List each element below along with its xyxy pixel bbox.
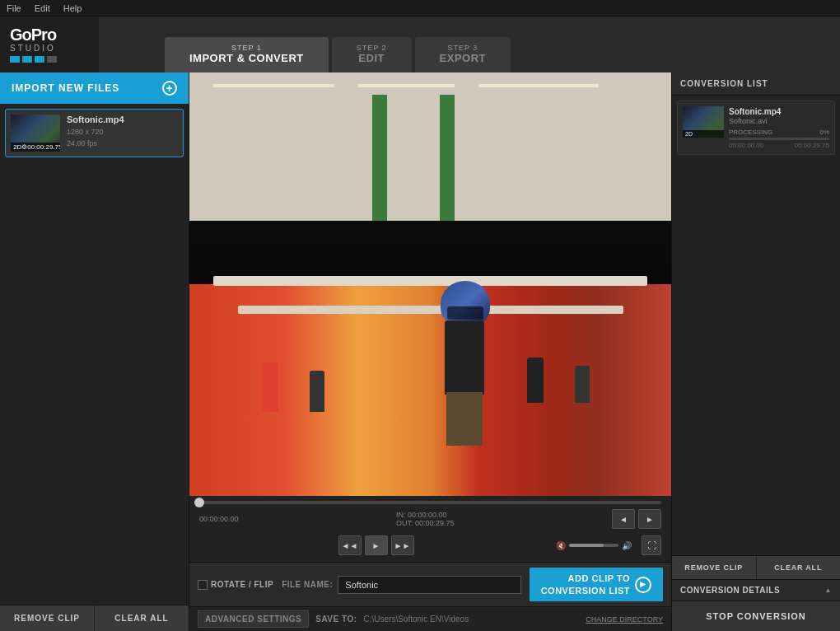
logo-gopro: GoPro (10, 26, 56, 43)
file-icons: ⚙ (21, 143, 27, 151)
remove-clip-button[interactable]: REMOVE CLIP (0, 605, 95, 631)
conversion-thumbnail: 2D (683, 106, 724, 138)
plus-icon: + (162, 81, 177, 96)
fullscreen-button[interactable]: ⛶ (642, 535, 661, 555)
step-2-num: STEP 2 (357, 44, 387, 52)
advanced-settings-button[interactable]: ADVANCED SETTINGS (198, 610, 309, 628)
logo-dot-1 (10, 56, 20, 63)
stop-conversion-button[interactable]: STOP CONVERSION (672, 601, 840, 631)
conversion-list-header: CONVERSION LIST (672, 72, 840, 96)
filename-input[interactable] (338, 576, 520, 594)
bg-person-2 (310, 371, 324, 412)
ceiling-light-1 (213, 84, 334, 87)
conv-progress-label: PROCESSING 0% (729, 129, 829, 136)
file-resolution: 1280 x 720 (67, 127, 178, 138)
transport-controls: ◄◄ ► ►► 🔇 🔊 ⛶ (199, 532, 661, 559)
menu-help[interactable]: Help (63, 3, 82, 13)
add-clip-line1: ADD CLIP TO (541, 573, 630, 584)
bg-person-3 (527, 358, 544, 403)
in-out-info: IN: 00:00:00.00 OUT: 00:00:29.75 (396, 511, 455, 527)
person-body (445, 320, 484, 395)
clear-all-button[interactable]: CLEAR ALL (95, 605, 189, 631)
file-thumbnail: 2D ⚙ 00:00:29.75 (11, 115, 60, 152)
timeline-bar[interactable] (199, 501, 661, 504)
file-name: Softonic.mp4 (67, 115, 178, 124)
logo-studio: STUDIO (10, 44, 56, 53)
file-list: 2D ⚙ 00:00:29.75 Softonic.mp4 1280 x 720… (0, 104, 189, 605)
conv-thumb-overlay: 2D (683, 130, 724, 138)
right-remove-clip-button[interactable]: REMOVE CLIP (672, 556, 757, 579)
play-button[interactable]: ► (365, 535, 388, 555)
logo-dot-4 (47, 56, 57, 63)
add-clip-to-conversion-button[interactable]: ADD CLIP TO CONVERSION LIST ► (530, 568, 663, 601)
filename-row: FILE NAME: (282, 576, 521, 594)
pillar-2 (440, 95, 455, 221)
conv-time-1: 00:00:00.00 (729, 142, 763, 149)
right-panel: CONVERSION LIST 2D Softonic.mp4 Softonic… (671, 72, 840, 631)
conv-name-2: Softonic.avi (729, 117, 829, 125)
conversion-item[interactable]: 2D Softonic.mp4 Softonic.avi PROCESSING … (677, 100, 835, 155)
tab-export[interactable]: STEP 3 EXPORT (415, 37, 511, 72)
conversion-details-row[interactable]: CONVERSION DETAILS ▲ (672, 580, 840, 601)
left-bottom-bar: REMOVE CLIP CLEAR ALL (0, 605, 189, 631)
out-point: OUT: 00:00:29.75 (396, 519, 455, 527)
step-3-name: EXPORT (440, 52, 486, 64)
step-2-name: EDIT (357, 52, 387, 64)
import-new-files-button[interactable]: IMPORT NEW FILES + (0, 72, 189, 104)
volume-bar[interactable] (569, 544, 618, 547)
rotate-flip-control[interactable]: ROTATE / FLIP (198, 580, 273, 590)
bg-person-1 (262, 362, 278, 412)
file-duration-thumb: 00:00:29.75 (27, 143, 60, 151)
helmet (441, 281, 490, 326)
trim-in-button[interactable]: ◄ (612, 509, 635, 529)
menu-file[interactable]: File (7, 3, 21, 13)
conv-info: Softonic.mp4 Softonic.avi PROCESSING 0% … (729, 106, 829, 149)
left-panel: IMPORT NEW FILES + 2D ⚙ 00:00:29.75 Soft… (0, 72, 189, 631)
change-directory-link[interactable]: CHANGE DIRECTORY (586, 615, 663, 624)
logo-area: GoPro STUDIO (0, 16, 99, 72)
ceiling (189, 72, 671, 221)
video-preview (189, 72, 671, 496)
current-timestamp: 00:00:00.00 (199, 515, 239, 523)
step-1-name: IMPORT & CONVERT (189, 52, 304, 64)
forward-button[interactable]: ►► (391, 535, 414, 555)
logo-dot-3 (35, 56, 44, 63)
menu-edit[interactable]: Edit (35, 3, 50, 13)
bottom-controls: ROTATE / FLIP FILE NAME: ADD CLIP TO CON… (189, 562, 671, 606)
conv-badge: 2D (685, 131, 693, 137)
tab-edit[interactable]: STEP 2 EDIT (332, 37, 412, 72)
video-frame (189, 72, 671, 496)
conv-time-2: 00:00:29.75 (795, 142, 829, 149)
conv-time: 00:00:00.00 00:00:29.75 (729, 142, 829, 149)
right-bottom: REMOVE CLIP CLEAR ALL CONVERSION DETAILS… (672, 555, 840, 631)
rotate-label: ROTATE / FLIP (211, 580, 273, 589)
conv-name-1: Softonic.mp4 (729, 106, 829, 117)
add-clip-line2: CONVERSION LIST (541, 585, 630, 596)
volume-fill (569, 544, 604, 547)
add-clip-text: ADD CLIP TO CONVERSION LIST (541, 573, 630, 596)
trim-buttons: ◄ ► (612, 509, 661, 529)
volume-max-icon: 🔊 (622, 541, 632, 550)
file-thumb-overlay: 2D ⚙ 00:00:29.75 (11, 143, 60, 152)
file-badge: 2D (13, 143, 21, 151)
import-btn-label: IMPORT NEW FILES (12, 82, 119, 94)
conv-percent: 0% (819, 129, 829, 136)
helmet-person (428, 281, 502, 446)
rotate-checkbox[interactable] (198, 580, 208, 590)
volume-icon: 🔇 (556, 541, 566, 550)
center-panel: 00:00:00.00 IN: 00:00:00.00 OUT: 00:00:2… (189, 72, 671, 631)
file-fps: 24,00 fps (67, 138, 178, 150)
add-clip-arrow-icon: ► (635, 577, 651, 593)
timeline-area: 00:00:00.00 IN: 00:00:00.00 OUT: 00:00:2… (189, 496, 671, 562)
rewind-button[interactable]: ◄◄ (338, 535, 362, 555)
conversion-details-label: CONVERSION DETAILS (680, 586, 780, 595)
trim-out-button[interactable]: ► (638, 509, 661, 529)
timeline-handle[interactable] (194, 498, 204, 507)
chevron-up-icon: ▲ (825, 587, 832, 594)
tab-import-convert[interactable]: STEP 1 IMPORT & CONVERT (165, 37, 329, 72)
in-point: IN: 00:00:00.00 (396, 511, 455, 519)
right-clear-all-button[interactable]: CLEAR ALL (757, 556, 841, 579)
file-item[interactable]: 2D ⚙ 00:00:29.75 Softonic.mp4 1280 x 720… (5, 109, 184, 157)
timeline-info: 00:00:00.00 IN: 00:00:00.00 OUT: 00:00:2… (199, 509, 661, 529)
bg-person-4 (575, 366, 590, 403)
